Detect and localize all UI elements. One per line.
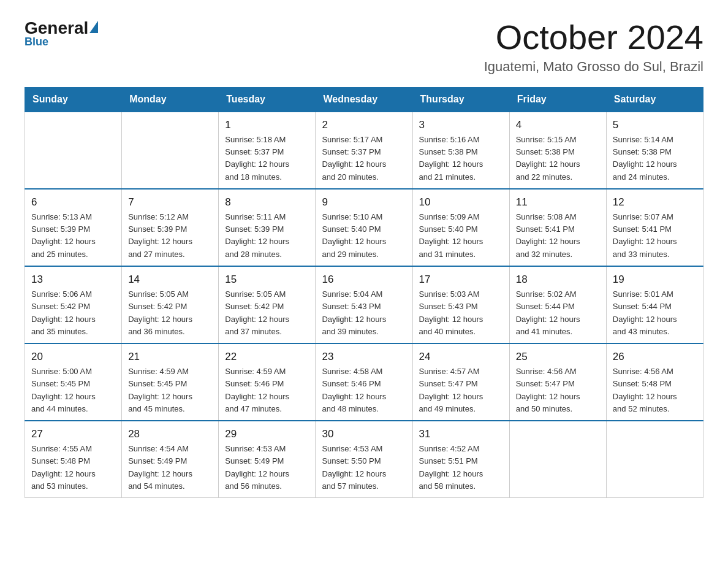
calendar-cell: 23Sunrise: 4:58 AM Sunset: 5:46 PM Dayli…: [316, 343, 412, 421]
header-friday: Friday: [509, 87, 606, 112]
calendar-header-row: SundayMondayTuesdayWednesdayThursdayFrid…: [25, 87, 703, 112]
calendar-cell: 31Sunrise: 4:52 AM Sunset: 5:51 PM Dayli…: [412, 421, 509, 498]
calendar-cell: 26Sunrise: 4:56 AM Sunset: 5:48 PM Dayli…: [606, 343, 703, 421]
calendar-cell: 7Sunrise: 5:12 AM Sunset: 5:39 PM Daylig…: [122, 189, 219, 266]
logo-triangle-icon: [89, 21, 98, 33]
day-info: Sunrise: 5:14 AM Sunset: 5:38 PM Dayligh…: [613, 134, 697, 183]
calendar-cell: 19Sunrise: 5:01 AM Sunset: 5:44 PM Dayli…: [606, 266, 703, 343]
day-info: Sunrise: 5:18 AM Sunset: 5:37 PM Dayligh…: [225, 134, 309, 183]
calendar-cell: 29Sunrise: 4:53 AM Sunset: 5:49 PM Dayli…: [219, 421, 316, 498]
day-number: 3: [419, 117, 503, 133]
day-info: Sunrise: 4:59 AM Sunset: 5:45 PM Dayligh…: [128, 366, 212, 415]
day-number: 26: [613, 349, 697, 365]
day-info: Sunrise: 4:55 AM Sunset: 5:48 PM Dayligh…: [31, 443, 115, 492]
header-saturday: Saturday: [606, 87, 703, 112]
header-monday: Monday: [122, 87, 219, 112]
day-number: 1: [225, 117, 309, 133]
header-sunday: Sunday: [25, 87, 122, 112]
day-number: 5: [613, 117, 697, 133]
calendar-cell: 1Sunrise: 5:18 AM Sunset: 5:37 PM Daylig…: [219, 112, 316, 189]
header-thursday: Thursday: [412, 87, 509, 112]
day-info: Sunrise: 4:52 AM Sunset: 5:51 PM Dayligh…: [419, 443, 503, 492]
day-info: Sunrise: 4:56 AM Sunset: 5:47 PM Dayligh…: [516, 366, 600, 415]
calendar-cell: 13Sunrise: 5:06 AM Sunset: 5:42 PM Dayli…: [25, 266, 122, 343]
day-number: 4: [516, 117, 600, 133]
day-info: Sunrise: 5:09 AM Sunset: 5:40 PM Dayligh…: [419, 211, 503, 261]
day-info: Sunrise: 5:07 AM Sunset: 5:41 PM Dayligh…: [613, 211, 697, 261]
calendar-cell: 3Sunrise: 5:16 AM Sunset: 5:38 PM Daylig…: [412, 112, 509, 189]
calendar-cell: 14Sunrise: 5:05 AM Sunset: 5:42 PM Dayli…: [122, 266, 219, 343]
day-number: 24: [419, 349, 503, 365]
logo-blue: Blue: [25, 36, 48, 48]
day-info: Sunrise: 5:13 AM Sunset: 5:39 PM Dayligh…: [31, 211, 115, 261]
day-info: Sunrise: 5:10 AM Sunset: 5:40 PM Dayligh…: [322, 211, 406, 261]
day-info: Sunrise: 5:01 AM Sunset: 5:44 PM Dayligh…: [613, 288, 697, 338]
day-info: Sunrise: 5:15 AM Sunset: 5:38 PM Dayligh…: [516, 134, 600, 183]
day-info: Sunrise: 4:58 AM Sunset: 5:46 PM Dayligh…: [322, 366, 406, 415]
calendar-cell: 22Sunrise: 4:59 AM Sunset: 5:46 PM Dayli…: [219, 343, 316, 421]
header-wednesday: Wednesday: [316, 87, 412, 112]
day-number: 27: [31, 426, 115, 442]
calendar-week-row: 6Sunrise: 5:13 AM Sunset: 5:39 PM Daylig…: [25, 189, 703, 266]
calendar-cell: 15Sunrise: 5:05 AM Sunset: 5:42 PM Dayli…: [219, 266, 316, 343]
day-number: 12: [613, 194, 697, 210]
calendar-cell: 11Sunrise: 5:08 AM Sunset: 5:41 PM Dayli…: [509, 189, 606, 266]
calendar-cell: 20Sunrise: 5:00 AM Sunset: 5:45 PM Dayli…: [25, 343, 122, 421]
calendar-cell: 6Sunrise: 5:13 AM Sunset: 5:39 PM Daylig…: [25, 189, 122, 266]
calendar-cell: 12Sunrise: 5:07 AM Sunset: 5:41 PM Dayli…: [606, 189, 703, 266]
day-info: Sunrise: 4:54 AM Sunset: 5:49 PM Dayligh…: [128, 443, 212, 492]
calendar-cell: 9Sunrise: 5:10 AM Sunset: 5:40 PM Daylig…: [316, 189, 412, 266]
day-info: Sunrise: 5:04 AM Sunset: 5:43 PM Dayligh…: [322, 288, 406, 338]
day-number: 2: [322, 117, 406, 133]
day-number: 7: [128, 194, 212, 210]
day-number: 14: [128, 272, 212, 288]
title-block: October 2024 Iguatemi, Mato Grosso do Su…: [484, 18, 703, 75]
day-info: Sunrise: 5:03 AM Sunset: 5:43 PM Dayligh…: [419, 288, 503, 338]
calendar-cell: 27Sunrise: 4:55 AM Sunset: 5:48 PM Dayli…: [25, 421, 122, 498]
calendar-cell: 8Sunrise: 5:11 AM Sunset: 5:39 PM Daylig…: [219, 189, 316, 266]
day-info: Sunrise: 4:59 AM Sunset: 5:46 PM Dayligh…: [225, 366, 309, 415]
day-info: Sunrise: 5:00 AM Sunset: 5:45 PM Dayligh…: [31, 366, 115, 415]
calendar-cell: [25, 112, 122, 189]
day-number: 15: [225, 272, 309, 288]
day-info: Sunrise: 5:17 AM Sunset: 5:37 PM Dayligh…: [322, 134, 406, 183]
day-info: Sunrise: 5:16 AM Sunset: 5:38 PM Dayligh…: [419, 134, 503, 183]
day-info: Sunrise: 5:11 AM Sunset: 5:39 PM Dayligh…: [225, 211, 309, 261]
day-number: 29: [225, 426, 309, 442]
location-subtitle: Iguatemi, Mato Grosso do Sul, Brazil: [484, 59, 703, 75]
day-number: 10: [419, 194, 503, 210]
day-info: Sunrise: 4:53 AM Sunset: 5:50 PM Dayligh…: [322, 443, 406, 492]
day-info: Sunrise: 5:05 AM Sunset: 5:42 PM Dayligh…: [225, 288, 309, 338]
day-info: Sunrise: 5:12 AM Sunset: 5:39 PM Dayligh…: [128, 211, 212, 261]
day-number: 9: [322, 194, 406, 210]
day-number: 16: [322, 272, 406, 288]
calendar-cell: 4Sunrise: 5:15 AM Sunset: 5:38 PM Daylig…: [509, 112, 606, 189]
calendar-week-row: 1Sunrise: 5:18 AM Sunset: 5:37 PM Daylig…: [25, 112, 703, 189]
calendar-cell: 18Sunrise: 5:02 AM Sunset: 5:44 PM Dayli…: [509, 266, 606, 343]
calendar-cell: 16Sunrise: 5:04 AM Sunset: 5:43 PM Dayli…: [316, 266, 412, 343]
day-number: 20: [31, 349, 115, 365]
day-info: Sunrise: 5:08 AM Sunset: 5:41 PM Dayligh…: [516, 211, 600, 261]
calendar-cell: 25Sunrise: 4:56 AM Sunset: 5:47 PM Dayli…: [509, 343, 606, 421]
calendar-cell: 10Sunrise: 5:09 AM Sunset: 5:40 PM Dayli…: [412, 189, 509, 266]
day-info: Sunrise: 4:57 AM Sunset: 5:47 PM Dayligh…: [419, 366, 503, 415]
calendar-cell: 28Sunrise: 4:54 AM Sunset: 5:49 PM Dayli…: [122, 421, 219, 498]
calendar-week-row: 20Sunrise: 5:00 AM Sunset: 5:45 PM Dayli…: [25, 343, 703, 421]
page-title: October 2024: [484, 18, 703, 56]
day-info: Sunrise: 4:56 AM Sunset: 5:48 PM Dayligh…: [613, 366, 697, 415]
day-number: 23: [322, 349, 406, 365]
calendar-week-row: 13Sunrise: 5:06 AM Sunset: 5:42 PM Dayli…: [25, 266, 703, 343]
day-number: 6: [31, 194, 115, 210]
day-number: 8: [225, 194, 309, 210]
day-number: 11: [516, 194, 600, 210]
day-number: 21: [128, 349, 212, 365]
header-tuesday: Tuesday: [219, 87, 316, 112]
day-number: 13: [31, 272, 115, 288]
calendar-cell: 17Sunrise: 5:03 AM Sunset: 5:43 PM Dayli…: [412, 266, 509, 343]
calendar-cell: 5Sunrise: 5:14 AM Sunset: 5:38 PM Daylig…: [606, 112, 703, 189]
day-number: 18: [516, 272, 600, 288]
page-header: General Blue October 2024 Iguatemi, Mato…: [25, 18, 703, 75]
day-info: Sunrise: 4:53 AM Sunset: 5:49 PM Dayligh…: [225, 443, 309, 492]
calendar-week-row: 27Sunrise: 4:55 AM Sunset: 5:48 PM Dayli…: [25, 421, 703, 498]
day-number: 28: [128, 426, 212, 442]
